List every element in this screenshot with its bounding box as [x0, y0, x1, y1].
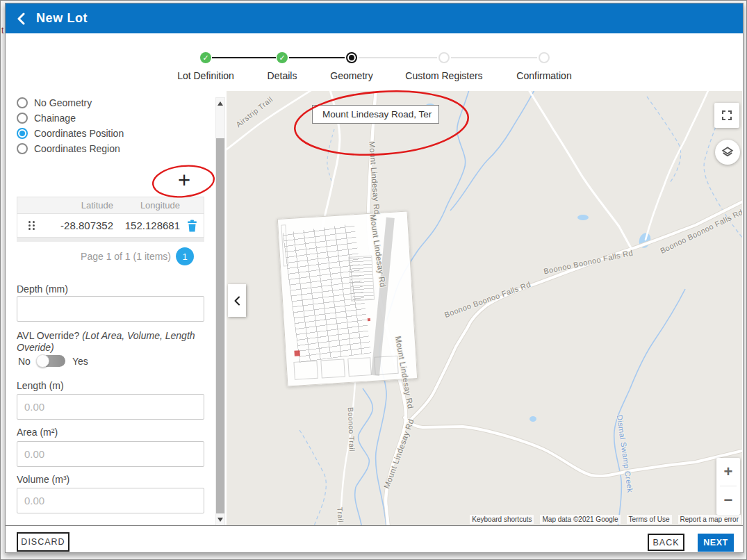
- map-label-boonoo-trail: Boonoo Trail: [347, 407, 356, 452]
- chevron-left-icon: [233, 296, 240, 306]
- current-step-dot: [349, 55, 354, 60]
- toggle-knob: [36, 354, 49, 368]
- chevron-left-icon: [16, 13, 26, 25]
- column-header-longitude: Longitude: [113, 200, 180, 211]
- table-row: -28.807352 152.128681: [17, 214, 204, 237]
- zoom-in-button[interactable]: +: [716, 458, 740, 486]
- drag-handle[interactable]: [17, 221, 45, 230]
- radio-chainage[interactable]: Chainage: [17, 111, 76, 125]
- underlying-page-text: t: [1, 26, 3, 35]
- step-label-lot-definition: Lot Definition: [177, 70, 234, 81]
- step-label-geometry: Geometry: [330, 70, 372, 81]
- trash-icon[interactable]: [187, 220, 197, 232]
- radio-dot: [19, 131, 25, 136]
- terms-of-use-link[interactable]: Terms of Use: [627, 515, 672, 524]
- radio-circle-selected: [17, 128, 28, 139]
- map-attribution: Keyboard shortcuts Map data ©2021 Google…: [470, 515, 741, 524]
- avl-override-toggle[interactable]: [38, 355, 65, 367]
- roads-casing-layer: [368, 91, 742, 525]
- stepper-connector-done: [212, 57, 276, 58]
- radio-label: No Geometry: [34, 97, 92, 108]
- depth-label: Depth (mm): [17, 283, 68, 295]
- back-button-footer[interactable]: BACK: [648, 534, 684, 551]
- length-input[interactable]: [17, 394, 204, 420]
- radio-label: Coordinates Region: [34, 143, 120, 154]
- map-zoom-control: + −: [716, 458, 740, 515]
- map-layers-button[interactable]: [715, 140, 740, 165]
- step-confirmation-icon[interactable]: [539, 52, 550, 63]
- plan-red-mark: [368, 318, 370, 321]
- avl-label-text: AVL Override?: [17, 330, 79, 341]
- radio-coordinates-region[interactable]: Coordinates Region: [17, 142, 120, 156]
- step-label-confirmation: Confirmation: [516, 70, 571, 81]
- fullscreen-button[interactable]: [714, 103, 739, 128]
- delete-cell: [180, 220, 204, 232]
- scroll-down-arrow[interactable]: [217, 518, 223, 522]
- avl-toggle-row: No Yes: [18, 355, 88, 367]
- radio-circle: [17, 143, 28, 154]
- volume-label: Volume (m³): [17, 474, 69, 485]
- radio-label: Coordinates Position: [34, 128, 124, 139]
- add-coordinate-button[interactable]: +: [172, 168, 196, 193]
- back-button[interactable]: [6, 3, 36, 33]
- plan-red-mark: [294, 350, 299, 356]
- table-header-row: Latitude Longitude: [17, 197, 204, 214]
- discard-button[interactable]: DISCARD: [17, 532, 69, 552]
- latitude-value: -28.807352: [45, 220, 113, 231]
- step-custom-registers-icon[interactable]: [438, 52, 450, 63]
- radio-label: Chainage: [34, 113, 76, 124]
- pagination-page-1-button[interactable]: 1: [176, 247, 194, 265]
- step-lot-definition-check-icon[interactable]: ✓: [200, 52, 211, 63]
- step-label-details: Details: [268, 70, 297, 81]
- panel-scrollbar[interactable]: [215, 97, 225, 526]
- radio-circle: [17, 113, 28, 124]
- step-geometry-current-icon[interactable]: [346, 52, 357, 63]
- layers-icon: [721, 146, 734, 158]
- stepper-connector-done: [289, 57, 345, 58]
- dialog-header: New Lot: [6, 3, 743, 33]
- next-button[interactable]: NEXT: [698, 534, 734, 552]
- step-label-custom-registers: Custom Registers: [405, 70, 482, 81]
- stepper-connector-pending: [451, 57, 537, 58]
- avl-override-label: AVL Override? (Lot Area, Volume, Length …: [17, 330, 208, 354]
- zoom-out-button[interactable]: −: [716, 486, 740, 514]
- grip-dots-icon: [28, 221, 35, 230]
- step-details-check-icon[interactable]: ✓: [277, 52, 288, 63]
- area-input[interactable]: [17, 441, 204, 467]
- longitude-value: 152.128681: [113, 220, 180, 231]
- toggle-no-label: No: [18, 356, 31, 367]
- panel-collapse-button[interactable]: [228, 284, 246, 317]
- pagination-summary: Page 1 of 1 (1 items): [17, 251, 171, 262]
- radio-circle: [17, 97, 28, 108]
- toggle-yes-label: Yes: [72, 356, 88, 367]
- scroll-up-arrow[interactable]: [217, 101, 223, 106]
- column-header-latitude: Latitude: [45, 200, 113, 211]
- table-scroll-strip[interactable]: [17, 238, 204, 242]
- plan-notes-block: [348, 256, 375, 302]
- radio-no-geometry[interactable]: No Geometry: [17, 96, 92, 110]
- stepper-connector-pending: [359, 57, 437, 58]
- map-container: Airstrip Trail Mount Lindesay Rd Mount L…: [227, 91, 742, 525]
- fullscreen-icon: [721, 110, 732, 121]
- report-map-error-link[interactable]: Report a map error: [678, 515, 741, 524]
- lakes-layer: [425, 104, 652, 422]
- volume-input[interactable]: [17, 488, 204, 513]
- map-data-credit: Map data ©2021 Google: [540, 515, 620, 524]
- depth-input[interactable]: [17, 296, 204, 322]
- footer-divider: [6, 525, 743, 526]
- keyboard-shortcuts-link[interactable]: Keyboard shortcuts: [470, 515, 534, 524]
- area-label: Area (m²): [17, 427, 58, 438]
- length-label: Length (m): [17, 380, 64, 391]
- map-search-input[interactable]: [312, 105, 439, 124]
- scrollbar-thumb[interactable]: [216, 138, 224, 513]
- page-title: New Lot: [36, 11, 88, 26]
- site-plan-overlay[interactable]: [277, 211, 418, 386]
- map-label-trail: Trail: [336, 507, 345, 523]
- coordinates-table: Latitude Longitude -28.807352 152.128681: [17, 197, 204, 238]
- browser-viewport: t New Lot ✓ ✓ Lot Definition Details Geo…: [0, 0, 747, 560]
- radio-coordinates-position[interactable]: Coordinates Position: [17, 126, 124, 140]
